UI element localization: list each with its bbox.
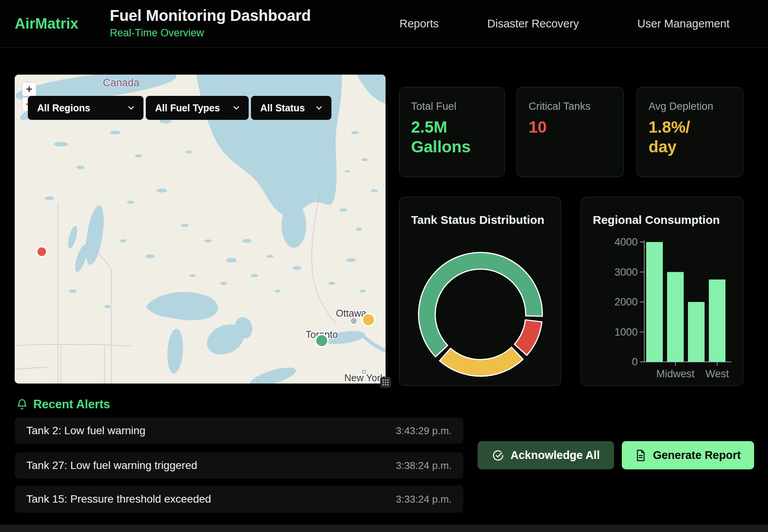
- alert-timestamp: 3:43:29 p.m.: [396, 425, 452, 437]
- stat-value-line: 10: [529, 117, 612, 137]
- stat-card-critical-tanks: Critical Tanks 10: [517, 87, 624, 177]
- alert-row: Tank 2: Low fuel warning 3:43:29 p.m.: [15, 418, 463, 444]
- fuel-map[interactable]: Canada Ottawa Toronto New York + − All R…: [15, 75, 386, 384]
- alert-text: Tank 27: Low fuel warning triggered: [26, 459, 197, 472]
- report-document-icon: [635, 449, 647, 462]
- stat-value: 1.8%/ day: [649, 117, 731, 157]
- donut-segment-warning: [440, 347, 523, 376]
- alert-row: Tank 27: Low fuel warning triggered 3:38…: [15, 452, 463, 479]
- stat-label: Total Fuel: [411, 101, 493, 113]
- fuel-type-filter-value: All Fuel Types: [155, 102, 220, 114]
- stat-value-line: 2.5M: [411, 117, 493, 137]
- page-title: Fuel Monitoring Dashboard: [110, 7, 311, 24]
- alert-row: Tank 15: Pressure threshold exceeded 3:3…: [15, 486, 463, 513]
- stat-card-total-fuel: Total Fuel 2.5M Gallons: [399, 87, 505, 177]
- svg-text:Midwest: Midwest: [656, 368, 695, 380]
- donut-segment-critical: [514, 320, 542, 355]
- region-filter-dropdown[interactable]: All Regions: [28, 96, 143, 120]
- tank-status-distribution-card: Tank Status Distribution: [399, 197, 561, 386]
- ottawa-city-symbol: [352, 319, 356, 323]
- map-drag-handle-icon[interactable]: [380, 377, 391, 388]
- bar-region-1: [667, 272, 684, 362]
- bar-region-0: [646, 242, 663, 362]
- chevron-down-icon: [316, 106, 322, 110]
- tank-marker-normal[interactable]: [316, 334, 328, 347]
- svg-text:West: West: [705, 368, 729, 380]
- regional-consumption-card: Regional Consumption 01000200030004000Mi…: [581, 197, 743, 386]
- map-label-canada: Canada: [103, 77, 140, 89]
- map-filter-bar: All Regions All Fuel Types All Status: [28, 96, 331, 120]
- svg-text:2000: 2000: [614, 296, 638, 308]
- svg-text:3000: 3000: [614, 266, 638, 278]
- acknowledge-all-button[interactable]: Acknowledge All: [478, 441, 614, 469]
- generate-report-label: Generate Report: [653, 449, 741, 462]
- region-filter-value: All Regions: [37, 102, 90, 114]
- stat-value-line: 1.8%/: [649, 117, 731, 137]
- acknowledge-all-label: Acknowledge All: [510, 449, 600, 462]
- map-label-new-york: New York: [344, 372, 385, 383]
- stat-label: Avg Depletion: [649, 101, 731, 113]
- nav-item-reports[interactable]: Reports: [399, 17, 439, 30]
- regional-consumption-bar-chart: 01000200030004000MidwestWest: [581, 197, 744, 386]
- stat-value: 10: [529, 117, 612, 137]
- generate-report-button[interactable]: Generate Report: [622, 441, 754, 469]
- alert-timestamp: 3:33:24 p.m.: [396, 493, 452, 505]
- bar-region-3: [709, 280, 725, 362]
- alert-timestamp: 3:38:24 p.m.: [396, 460, 452, 472]
- map-canvas: Canada Ottawa Toronto New York: [15, 75, 386, 384]
- footer-bar: [0, 525, 768, 532]
- map-label-ottawa: Ottawa: [336, 308, 366, 319]
- brand-logo: AirMatrix: [15, 15, 79, 32]
- alert-text: Tank 15: Pressure threshold exceeded: [26, 493, 211, 505]
- title-block: Fuel Monitoring Dashboard Real-Time Over…: [110, 7, 311, 39]
- svg-text:0: 0: [632, 356, 638, 368]
- chevron-down-icon: [128, 106, 134, 110]
- stat-value-line: Gallons: [411, 137, 493, 157]
- nav-item-disaster-recovery[interactable]: Disaster Recovery: [487, 17, 579, 30]
- svg-text:1000: 1000: [614, 326, 638, 338]
- svg-text:4000: 4000: [614, 236, 638, 248]
- alerts-title: Recent Alerts: [33, 397, 110, 411]
- tank-marker-warning[interactable]: [362, 314, 375, 326]
- check-circle-icon: [492, 449, 504, 462]
- alerts-header: Recent Alerts: [16, 397, 110, 411]
- page-subtitle: Real-Time Overview: [110, 27, 311, 39]
- bell-icon: [16, 398, 28, 411]
- fuel-type-filter-dropdown[interactable]: All Fuel Types: [146, 96, 249, 120]
- nav-item-user-management[interactable]: User Management: [637, 17, 730, 30]
- tank-marker-critical[interactable]: [37, 247, 47, 257]
- app-header: AirMatrix Fuel Monitoring Dashboard Real…: [0, 0, 768, 48]
- alert-text: Tank 2: Low fuel warning: [26, 425, 145, 437]
- stat-value-line: day: [649, 137, 731, 157]
- map-zoom-in-button[interactable]: +: [22, 82, 36, 96]
- bar-region-2: [688, 302, 705, 362]
- stat-card-avg-depletion: Avg Depletion 1.8%/ day: [637, 87, 743, 177]
- status-filter-value: All Status: [260, 102, 305, 114]
- chevron-down-icon: [233, 106, 239, 110]
- tank-status-donut-chart: [399, 197, 561, 386]
- status-filter-dropdown[interactable]: All Status: [251, 96, 331, 120]
- stat-value: 2.5M Gallons: [411, 117, 493, 157]
- stat-label: Critical Tanks: [529, 101, 612, 113]
- dashboard-page: AirMatrix Fuel Monitoring Dashboard Real…: [0, 0, 768, 532]
